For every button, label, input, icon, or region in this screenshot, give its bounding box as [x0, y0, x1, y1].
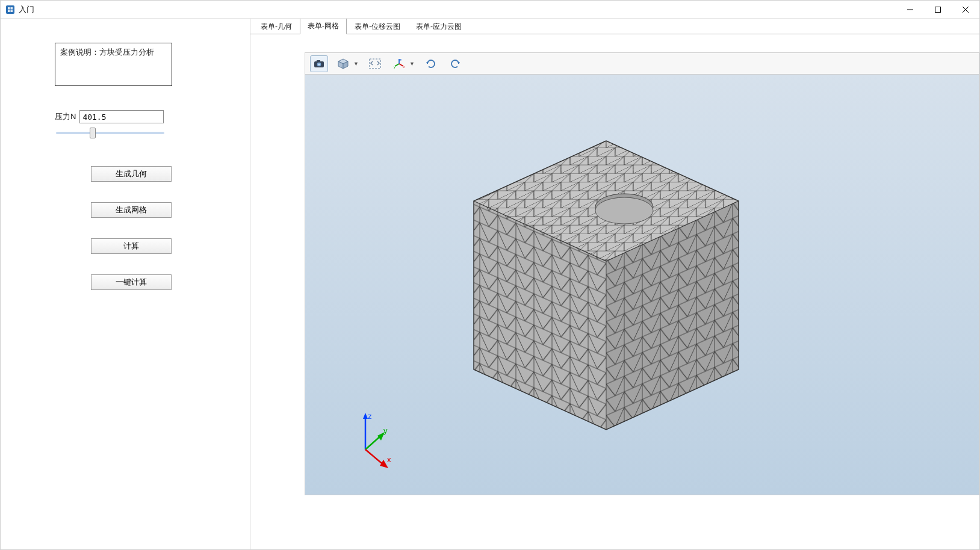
svg-text:z: z: [400, 58, 402, 61]
body: 案例说明：方块受压力分析 压力N 生成几何 生成网格 计算 一键计算 表单-几何…: [1, 19, 979, 549]
svg-marker-22: [363, 413, 368, 419]
mesh-canvas[interactable]: z y x: [305, 74, 979, 495]
box-view-icon: [337, 58, 349, 70]
force-input[interactable]: [79, 110, 164, 123]
force-label: 压力N: [55, 111, 76, 122]
tab-geometry[interactable]: 表单-几何: [253, 19, 300, 34]
one-click-compute-button[interactable]: 一键计算: [91, 274, 172, 290]
force-slider-wrap: [55, 127, 163, 136]
viewer-toolbar: ▼ zxy ▼: [305, 52, 979, 74]
titlebar: 入门: [1, 1, 979, 19]
maximize-icon: [935, 7, 941, 13]
fit-view-icon: [369, 58, 381, 69]
generate-geometry-button[interactable]: 生成几何: [91, 166, 172, 182]
minimize-button[interactable]: [896, 1, 924, 19]
rotate-ccw-icon: [449, 58, 461, 70]
svg-point-5: [318, 63, 320, 65]
app-icon: [5, 5, 15, 14]
box-view-button[interactable]: [334, 55, 352, 72]
rotate-cw-button[interactable]: [422, 55, 440, 72]
fit-view-button[interactable]: [366, 55, 384, 72]
force-row: 压力N: [55, 110, 164, 123]
mesh-cube: [426, 105, 787, 466]
sidebar: 案例说明：方块受压力分析 压力N 生成几何 生成网格 计算 一键计算: [1, 19, 250, 549]
svg-text:x: x: [403, 65, 405, 69]
force-slider[interactable]: [56, 132, 164, 134]
compute-button[interactable]: 计算: [91, 238, 172, 254]
tab-stress[interactable]: 表单-应力云图: [408, 19, 470, 34]
chevron-down-icon[interactable]: ▼: [352, 61, 360, 67]
close-button[interactable]: [952, 1, 979, 19]
tab-mesh[interactable]: 表单-网格: [300, 19, 347, 34]
tab-displacement[interactable]: 表单-位移云图: [347, 19, 408, 34]
tab-bar: 表单-几何 表单-网格 表单-位移云图 表单-应力云图: [250, 19, 979, 34]
camera-snapshot-button[interactable]: [310, 55, 328, 72]
svg-text:y: y: [394, 65, 395, 69]
maximize-button[interactable]: [924, 1, 952, 19]
minimize-icon: [907, 7, 913, 13]
rotate-ccw-button[interactable]: [446, 55, 464, 72]
app-window: 入门 案例说明：方块受压力分析 压力N 生成几何 生成网格 计算: [0, 0, 980, 550]
generate-mesh-button[interactable]: 生成网格: [91, 202, 172, 218]
window-title: 入门: [19, 4, 34, 15]
tab-content: ▼ zxy ▼: [250, 34, 979, 549]
axis-x-label: x: [387, 455, 391, 464]
svg-point-16: [595, 197, 653, 224]
axis-y-label: y: [383, 426, 388, 435]
axis-z-label: z: [368, 412, 372, 421]
svg-rect-3: [317, 60, 320, 62]
box-view-group: ▼: [334, 55, 360, 72]
axis-triad: z y x: [347, 410, 402, 471]
button-column: 生成几何 生成网格 计算 一键计算: [49, 166, 214, 290]
camera-icon: [314, 60, 324, 68]
case-description: 案例说明：方块受压力分析: [55, 43, 172, 86]
main-panel: 表单-几何 表单-网格 表单-位移云图 表单-应力云图 ▼: [250, 19, 979, 549]
chevron-down-icon[interactable]: ▼: [408, 61, 416, 67]
close-icon: [963, 7, 969, 13]
axes-icon: zxy: [393, 58, 405, 70]
rotate-cw-icon: [425, 58, 437, 70]
axes-orientation-button[interactable]: zxy: [390, 55, 408, 72]
axes-group: zxy ▼: [390, 55, 416, 72]
svg-rect-1: [935, 7, 941, 12]
